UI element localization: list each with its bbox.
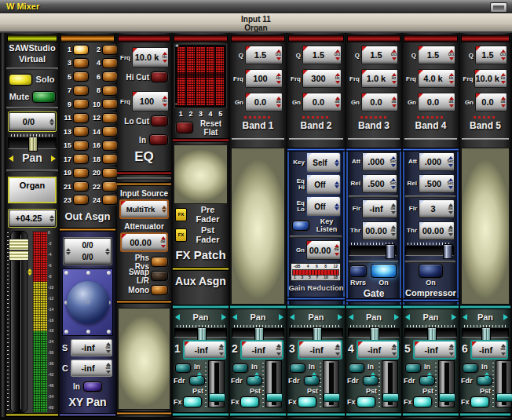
output-assign-button[interactable] (102, 181, 118, 192)
band-gn-display[interactable]: 0.0dB (475, 93, 507, 111)
eq-in-button[interactable] (149, 134, 168, 145)
pan-right-arrow-icon[interactable] (51, 155, 56, 162)
key-gain-display[interactable]: 00.00dB (306, 240, 341, 260)
pan-right-arrow-icon[interactable] (338, 314, 342, 320)
aux-level-display[interactable]: -infdB (240, 340, 283, 360)
eq-graph-bar[interactable] (207, 47, 214, 105)
master-fader-cap[interactable] (9, 239, 29, 261)
aux-level-display[interactable]: -infdB (183, 340, 226, 360)
aux-level-display[interactable]: -infdB (357, 340, 399, 360)
band-frq-display[interactable]: 100Hz (245, 69, 283, 88)
pan-left-arrow-icon[interactable] (175, 314, 180, 320)
mono-button[interactable] (151, 285, 168, 295)
aux-fader-cap[interactable] (209, 393, 225, 402)
band-q-display[interactable]: 1.5Oct (361, 46, 398, 64)
output-assign-button[interactable] (102, 113, 118, 123)
band-gn-display[interactable]: 0.0dB (245, 93, 283, 111)
eq-graph-bar[interactable] (216, 47, 224, 105)
fader-nudge-arrows[interactable] (427, 372, 432, 379)
window-menu-button[interactable] (490, 2, 507, 13)
aux-pan-thumb[interactable] (370, 327, 379, 341)
pan-right-arrow-icon[interactable] (452, 314, 456, 320)
band-frq-display[interactable]: 4.0 kHz (418, 69, 455, 88)
fader-nudge-arrows[interactable] (485, 372, 489, 379)
comp-on-button[interactable] (419, 264, 443, 278)
aux-in-button[interactable] (463, 363, 478, 373)
eq-graph-bar[interactable] (196, 47, 204, 105)
band-gn-display[interactable]: 0.0dB (361, 93, 398, 111)
phase-reverse-button[interactable] (151, 257, 168, 267)
key-listen-button[interactable] (292, 221, 309, 231)
gate-threshold-thumb[interactable] (386, 244, 395, 259)
aux-level-display[interactable]: -infdB (298, 340, 342, 360)
output-assign-button[interactable] (102, 58, 118, 68)
input-source-select[interactable]: MultiTrk (119, 199, 169, 219)
attenuator-display[interactable]: 00.00dB (120, 232, 168, 252)
eq-graph-display[interactable] (174, 44, 227, 108)
output-assign-button[interactable] (73, 141, 89, 151)
xy-pad[interactable]: ▤ (62, 268, 113, 336)
gate-key-select[interactable]: Self (306, 152, 341, 173)
mute-button[interactable] (32, 91, 56, 103)
output-assign-button[interactable] (73, 113, 89, 123)
aux-in-button[interactable] (405, 363, 421, 373)
comp-attack-display[interactable]: .000Sec (419, 152, 455, 171)
gate-reverse-button[interactable] (349, 265, 367, 277)
pan-right-arrow-icon[interactable] (394, 314, 399, 320)
aux-pan-thumb[interactable] (197, 327, 207, 341)
comp-floor-display[interactable]: 3dB (419, 199, 455, 218)
output-assign-button[interactable] (73, 71, 89, 82)
aux-fader-cap[interactable] (266, 393, 283, 402)
fader-nudge-arrows[interactable] (197, 372, 202, 379)
aux-fader-cap[interactable] (382, 393, 399, 402)
band-q-display[interactable]: 1.5Oct (475, 46, 507, 64)
aux-fader-cap[interactable] (496, 393, 512, 402)
aux-fx-button[interactable] (470, 396, 489, 407)
title-bar[interactable]: W Mixer (0, 0, 512, 14)
aux-pan-thumb[interactable] (427, 327, 437, 341)
aux-pan-thumb[interactable] (254, 327, 264, 341)
pan-left-arrow-icon[interactable] (349, 314, 353, 320)
pan-left-arrow-icon[interactable] (290, 314, 294, 320)
xy-in-button[interactable] (83, 382, 102, 392)
fader-nudge-arrows[interactable] (254, 372, 259, 379)
gate-threshold-display[interactable]: 00.00dB (362, 221, 397, 240)
output-assign-button[interactable] (102, 45, 118, 55)
aux-fader-cap[interactable] (324, 393, 340, 402)
track-name-box[interactable]: Organ (8, 177, 57, 203)
xy-pan-display[interactable]: 0/0 0/0 (63, 237, 112, 265)
gate-attack-display[interactable]: .000Sec (362, 152, 397, 171)
band-frq-display[interactable]: 1.0 kHz (361, 69, 398, 88)
aux-fader-cap[interactable] (439, 393, 455, 402)
aux-fx-button[interactable] (240, 396, 259, 407)
output-assign-button[interactable] (73, 181, 89, 192)
reset-flat-button[interactable] (176, 122, 193, 133)
band-frq-display[interactable]: 300Hz (302, 69, 342, 88)
aux-level-display[interactable]: -infdB (413, 340, 456, 360)
output-assign-button[interactable] (73, 195, 89, 205)
fader-nudge-arrows[interactable] (371, 372, 375, 379)
gate-on-button[interactable] (371, 264, 397, 278)
pan-left-arrow-icon[interactable] (463, 314, 467, 320)
lo-cut-button[interactable] (151, 115, 168, 126)
hi-cut-frq-display[interactable]: 10.0 kHz (132, 47, 169, 68)
aux-fx-button[interactable] (298, 396, 316, 407)
band-q-display[interactable]: 1.5Oct (418, 46, 455, 64)
fx-patch-label[interactable]: FX Patch (173, 248, 229, 261)
fader-nudge-arrows[interactable] (312, 372, 316, 379)
band-frq-display[interactable]: 10.0 kHz (474, 69, 507, 88)
pan-left-arrow-icon[interactable] (405, 314, 410, 320)
master-pan-display[interactable]: 0/0 (8, 111, 57, 132)
output-assign-button[interactable] (102, 195, 118, 205)
pan-left-arrow-icon[interactable] (232, 314, 237, 320)
output-assign-button[interactable] (73, 168, 89, 178)
output-assign-button[interactable] (102, 126, 118, 137)
band-gn-display[interactable]: 0.0dB (418, 93, 455, 111)
pan-left-arrow-icon[interactable] (9, 155, 13, 162)
output-assign-button[interactable] (73, 58, 89, 68)
pan-right-arrow-icon[interactable] (503, 314, 508, 320)
output-assign-button[interactable] (102, 154, 118, 164)
aux-in-button[interactable] (232, 363, 248, 373)
output-assign-button[interactable] (73, 154, 89, 164)
xy-s-display[interactable]: -infdB (71, 339, 112, 356)
